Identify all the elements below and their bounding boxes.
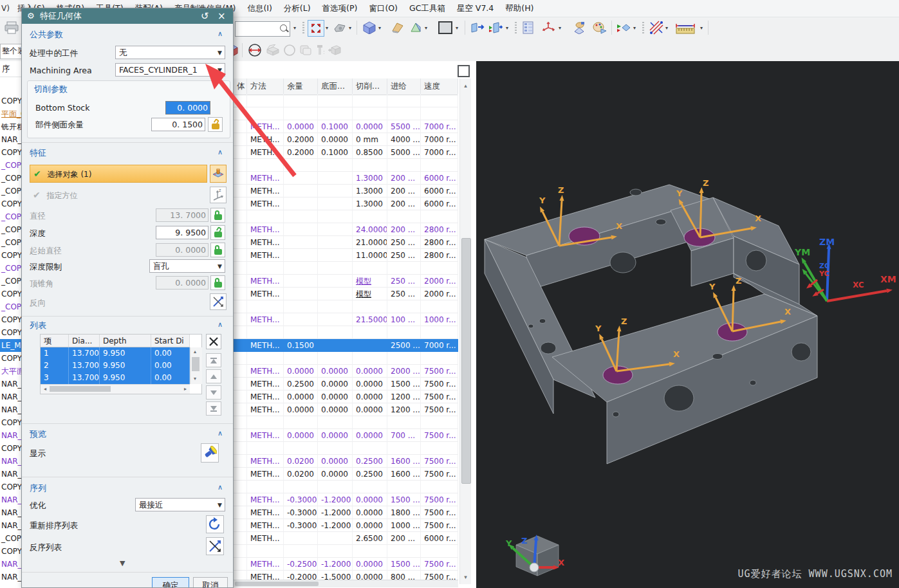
operation-row[interactable]: METH...0.00000.10000.00005500 ...7000 r.… bbox=[234, 120, 458, 133]
table-vertical-scrollbar[interactable]: ▴ ▾ bbox=[459, 78, 471, 584]
measure-caret[interactable]: ▾ bbox=[665, 25, 668, 31]
menu-item[interactable]: GC工具箱 bbox=[403, 3, 451, 13]
fit-view-icon[interactable] bbox=[308, 20, 324, 37]
more-options-chevron[interactable]: ▼ bbox=[120, 559, 125, 567]
workpiece-combo[interactable]: 无▼ bbox=[115, 46, 225, 59]
column-header[interactable]: 切削... bbox=[353, 78, 387, 94]
chevron-up-icon[interactable]: ∧ bbox=[218, 320, 223, 329]
search-input[interactable] bbox=[235, 21, 290, 37]
reset-icon[interactable]: ↺ bbox=[201, 8, 209, 24]
navigator-item-name[interactable]: COPY_ bbox=[0, 352, 21, 365]
navigator-item-name[interactable]: _COPY bbox=[0, 300, 21, 313]
bottom-stock-input[interactable]: 0. 0000 bbox=[165, 101, 210, 115]
shaded-view-caret[interactable]: ▾ bbox=[349, 25, 351, 31]
list-horizontal-scrollbar[interactable]: ◂ ▸ bbox=[41, 384, 190, 394]
palette-icon[interactable] bbox=[592, 20, 607, 35]
cube-caret[interactable]: ▾ bbox=[378, 25, 381, 31]
reorder-list-button[interactable] bbox=[206, 515, 224, 533]
reverse-list-button[interactable] bbox=[206, 537, 224, 555]
move-down-button[interactable] bbox=[206, 385, 221, 400]
operation-row[interactable]: METH...0.25000.00000.00001500 ...7500 r.… bbox=[234, 378, 458, 390]
side-stock-input[interactable]: 0. 1500 bbox=[151, 118, 205, 131]
navigator-item-name[interactable]: _COPY bbox=[0, 172, 21, 185]
search-dropdown-caret[interactable]: ▾ bbox=[293, 25, 296, 31]
navigator-item-name[interactable]: NAR_P bbox=[0, 390, 21, 403]
section-caret[interactable]: ▾ bbox=[425, 25, 427, 31]
menu-item[interactable]: 信息(I) bbox=[241, 3, 277, 13]
swap-view-icon[interactable] bbox=[488, 20, 503, 35]
background-caret[interactable]: ▾ bbox=[456, 25, 458, 31]
navigator-item-name[interactable]: LE_MIL bbox=[0, 339, 21, 352]
feature-list-row[interactable]: 113.7009.9500.00 bbox=[41, 347, 190, 360]
operation-row[interactable]: METH...0.00000.00000.00002000 ...7500 r.… bbox=[234, 365, 458, 378]
operation-row[interactable] bbox=[234, 210, 458, 223]
select-object-row[interactable]: ✔ 选择对象 (1) bbox=[30, 165, 207, 183]
navigator-item-name[interactable]: NAR_M bbox=[0, 493, 21, 506]
section-common-params[interactable]: 公共参数 bbox=[30, 29, 63, 41]
operation-row[interactable]: METH...0.20000.00000 mm4000 ...7000 r... bbox=[234, 133, 458, 146]
navigator-item-name[interactable]: _COPY bbox=[0, 262, 21, 275]
section-feature[interactable]: 特征 bbox=[30, 147, 46, 159]
operation-row[interactable] bbox=[234, 95, 458, 107]
show-workpiece-icon[interactable] bbox=[470, 20, 485, 35]
navigator-item-name[interactable]: NAR_M bbox=[0, 429, 21, 442]
operation-row[interactable] bbox=[234, 326, 458, 339]
navigator-view-selector[interactable]: 序 bbox=[0, 62, 23, 77]
navigator-item-name[interactable]: _COPY bbox=[0, 275, 21, 288]
column-header[interactable]: 进给 bbox=[387, 78, 421, 94]
navigator-item-name[interactable]: COPY_ bbox=[0, 198, 21, 210]
operation-row[interactable]: METH...1.3000200 ...6000 r... bbox=[234, 198, 458, 210]
navigator-item-name[interactable]: NAR_M bbox=[0, 506, 21, 519]
operation-row[interactable]: METH...-0.3000-1.20000.00001800 ...7500 … bbox=[234, 506, 458, 519]
scroll-up-icon[interactable]: ▴ bbox=[460, 80, 471, 91]
operation-row[interactable]: METH...1.3000200 ...6000 r... bbox=[234, 185, 458, 198]
cancel-button[interactable]: 取消 bbox=[193, 577, 228, 588]
navigator-item-name[interactable]: 平面_C bbox=[0, 107, 21, 120]
graphics-viewport[interactable]: ZYXZYXZYXZYX ZMYMXMZCYCXC ZYX UG爱好者论坛 WW… bbox=[476, 61, 899, 588]
move-to-top-button[interactable] bbox=[206, 353, 221, 367]
start-diameter-lock-button[interactable] bbox=[210, 243, 225, 257]
ruler-icon[interactable] bbox=[674, 20, 696, 35]
operation-row[interactable]: METH...21.5000100 ...1000 r... bbox=[234, 313, 458, 326]
column-header[interactable]: 方法 bbox=[247, 78, 284, 94]
operation-row[interactable]: METH...-0.2500-1.20000.00001500 ...7500 … bbox=[234, 558, 458, 571]
scrollbar-thumb[interactable] bbox=[192, 357, 199, 371]
operation-row[interactable] bbox=[234, 352, 458, 365]
scroll-left-icon[interactable]: ◂ bbox=[41, 385, 50, 394]
operation-row[interactable]: METH...模型250 ...2000 r... bbox=[234, 275, 458, 288]
csys-caret[interactable]: ▾ bbox=[559, 25, 561, 31]
section-list[interactable]: 列表 bbox=[30, 320, 46, 331]
chevron-up-icon[interactable]: ∧ bbox=[218, 148, 223, 156]
scrollbar-thumb[interactable] bbox=[461, 238, 471, 484]
background-square-icon[interactable] bbox=[438, 20, 453, 35]
machining-area-combo[interactable]: FACES_CYLINDER_1▼ bbox=[115, 63, 225, 77]
table-horizontal-scrollbar[interactable] bbox=[234, 580, 458, 587]
navigator-item-name[interactable]: _COPY bbox=[0, 532, 21, 545]
operation-row[interactable]: METH...0.20000.10000.85005000 ...7000 r.… bbox=[234, 146, 458, 159]
stamp-icon[interactable] bbox=[297, 42, 313, 58]
operation-row[interactable]: METH...0.02000.00000.25001600 ...7500 r.… bbox=[234, 468, 458, 481]
operation-row[interactable] bbox=[234, 416, 458, 429]
optimize-combo[interactable]: 最接近▼ bbox=[135, 498, 225, 511]
section-sequence[interactable]: 序列 bbox=[30, 482, 46, 494]
navigator-item-name[interactable]: COPY_ bbox=[0, 545, 21, 558]
csys-orient-button[interactable]: Z bbox=[210, 187, 227, 203]
navigator-item-name[interactable]: 铣开粗 bbox=[0, 120, 21, 133]
shaded-view-icon[interactable] bbox=[332, 20, 348, 35]
navigator-item-name[interactable]: COPY_ bbox=[0, 416, 21, 429]
navigator-item-name[interactable]: 大平面 bbox=[0, 365, 21, 378]
operation-row[interactable]: METH...2.6500200 ...6000 r... bbox=[234, 532, 458, 545]
navigator-item-name[interactable]: NAR_P bbox=[0, 455, 21, 468]
operation-row[interactable] bbox=[234, 442, 458, 455]
operation-row[interactable]: METH...-0.3000-1.20000.00001500 ...7500 … bbox=[234, 493, 458, 506]
operation-row[interactable]: METH...0.00000.00000.00001200 ...7500 r.… bbox=[234, 390, 458, 403]
scroll-down-icon[interactable]: ▾ bbox=[460, 571, 471, 583]
column-header[interactable]: 余量 bbox=[284, 78, 318, 94]
operation-row[interactable]: METH...0.00000.00000.0000700 ...7500 r..… bbox=[234, 429, 458, 442]
operation-row[interactable]: METH...21.0000250 ...2800 r... bbox=[234, 236, 458, 249]
navigator-item-name[interactable]: _COPY bbox=[0, 236, 21, 249]
list-delete-button[interactable] bbox=[206, 334, 221, 349]
navigator-item-name[interactable]: COPY_ bbox=[0, 442, 21, 455]
assembly-scope-combo[interactable]: 整个装配 bbox=[0, 44, 23, 59]
feature-list-table[interactable]: 项Dia...DepthStart Di 113.7009.9500.00213… bbox=[40, 334, 202, 394]
